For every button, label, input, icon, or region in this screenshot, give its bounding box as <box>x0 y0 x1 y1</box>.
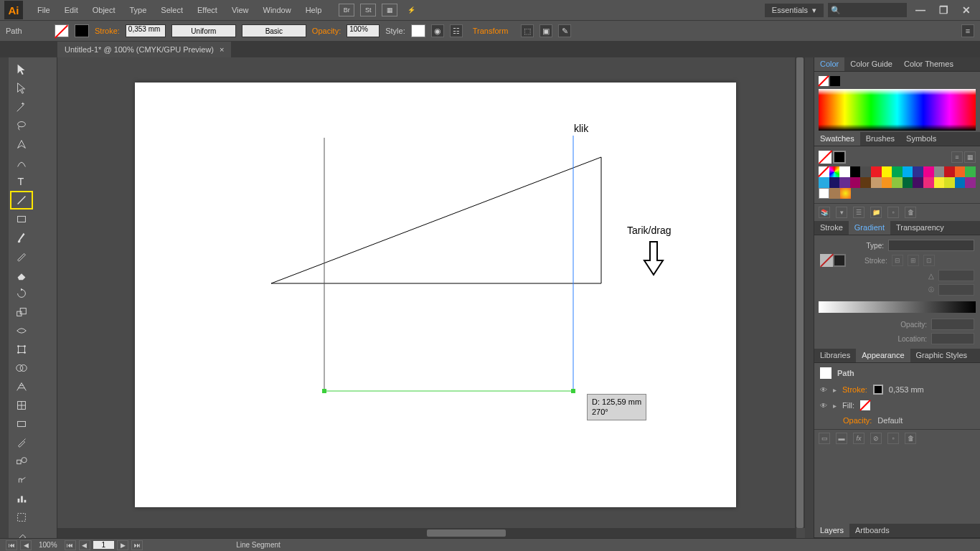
arrange-docs-icon[interactable]: ▦ <box>382 4 397 17</box>
stroke-align-2[interactable]: ⊞ <box>908 255 919 266</box>
artboard-nav-first[interactable]: ⏮ <box>65 540 76 550</box>
appearance-stroke-chip[interactable] <box>873 385 883 395</box>
first-artboard[interactable]: ⏮ <box>6 540 17 550</box>
isolate-icon[interactable]: ⬚ <box>521 24 534 37</box>
stroke-label[interactable]: Stroke: <box>95 27 120 35</box>
artboard-number[interactable]: 1 <box>93 541 115 549</box>
align-icon[interactable]: ☷ <box>450 24 463 37</box>
swatch-libraries-icon[interactable]: 📚 <box>819 207 830 218</box>
edit-icon[interactable]: ✎ <box>558 24 571 37</box>
menu-help[interactable]: Help <box>298 0 329 20</box>
swatch-stroke-chip[interactable] <box>833 151 846 164</box>
stroke-weight-input[interactable]: 0,353 mm <box>126 24 166 37</box>
pencil-tool[interactable] <box>11 248 32 265</box>
gradient-opacity-input[interactable] <box>931 319 974 330</box>
brush-def[interactable]: Basic <box>242 24 306 37</box>
scrollbar-horizontal[interactable] <box>57 528 796 538</box>
paintbrush-tool[interactable] <box>11 229 32 246</box>
stroke-profile[interactable]: Uniform <box>171 24 236 37</box>
left-panel-strip[interactable] <box>0 57 9 538</box>
menu-view[interactable]: View <box>225 0 256 20</box>
rotate-tool[interactable] <box>11 285 32 302</box>
fill-swatch[interactable] <box>55 24 69 37</box>
clear-appearance-icon[interactable]: ⊘ <box>870 433 882 444</box>
line-segment-tool[interactable] <box>11 192 32 209</box>
width-tool[interactable] <box>11 322 32 339</box>
color-spectrum[interactable] <box>819 89 976 131</box>
add-effect-icon[interactable]: fx <box>853 433 864 444</box>
visibility-toggle[interactable] <box>820 385 827 394</box>
swatch-kind-icon[interactable]: ▾ <box>836 207 847 218</box>
menu-select[interactable]: Select <box>154 0 190 20</box>
symbol-sprayer-tool[interactable] <box>11 471 32 489</box>
opacity-input[interactable]: 100% <box>347 24 380 37</box>
gradient-aspect-input[interactable] <box>938 284 974 296</box>
tab-color-themes[interactable]: Color Themes <box>898 57 959 71</box>
dup-item-icon[interactable]: ▫ <box>887 433 899 444</box>
artboard-nav-next[interactable]: ▶ <box>117 540 128 550</box>
search-input[interactable]: 🔍 <box>828 3 907 17</box>
tab-libraries[interactable]: Libraries <box>814 349 856 362</box>
artboard-tool[interactable] <box>11 509 32 526</box>
swatch-options-icon[interactable]: ☰ <box>853 207 864 218</box>
add-stroke-icon[interactable]: ▭ <box>819 433 830 444</box>
swatch-list-view[interactable]: ≡ <box>951 151 963 163</box>
appearance-stroke-label[interactable]: Stroke: <box>842 385 867 394</box>
document-tab-close[interactable]: × <box>220 45 224 54</box>
tab-symbols[interactable]: Symbols <box>900 132 942 146</box>
appearance-opacity-label[interactable]: Opacity: <box>843 416 872 425</box>
tab-layers[interactable]: Layers <box>814 524 849 537</box>
appearance-fill-chip[interactable] <box>860 400 870 410</box>
type-tool[interactable]: T <box>11 173 32 190</box>
tab-artboards[interactable]: Artboards <box>849 524 895 537</box>
tab-graphic-styles[interactable]: Graphic Styles <box>910 349 974 362</box>
artboard[interactable]: klik Tarik/drag D: 125,59 mm 270° <box>135 83 736 507</box>
free-transform-tool[interactable] <box>11 341 32 358</box>
tab-brushes[interactable]: Brushes <box>860 132 900 146</box>
lasso-tool[interactable] <box>11 117 32 134</box>
control-menu-icon[interactable]: ≡ <box>961 24 974 37</box>
gradient-fill-chip[interactable] <box>820 254 833 267</box>
menu-edit[interactable]: Edit <box>57 0 85 20</box>
visibility-toggle-2[interactable] <box>820 401 827 410</box>
tab-appearance[interactable]: Appearance <box>856 349 910 362</box>
disclosure-icon-2[interactable] <box>833 401 837 410</box>
stroke-align-1[interactable]: ⊟ <box>892 255 903 266</box>
direct-selection-tool[interactable] <box>11 80 32 97</box>
delete-swatch-icon[interactable]: 🗑 <box>905 207 916 218</box>
mesh-tool[interactable] <box>11 397 32 414</box>
add-fill-icon[interactable]: ▬ <box>836 433 847 444</box>
tab-color[interactable]: Color <box>814 57 844 71</box>
perspective-grid-tool[interactable] <box>11 378 32 395</box>
right-panel-strip[interactable] <box>805 57 814 538</box>
gradient-stroke-chip[interactable] <box>833 254 846 267</box>
opacity-label[interactable]: Opacity: <box>312 27 341 35</box>
tab-stroke[interactable]: Stroke <box>814 221 849 235</box>
gradient-tool[interactable] <box>11 415 32 433</box>
gradient-angle-input[interactable] <box>938 270 974 281</box>
transform-label[interactable]: Transform <box>473 27 509 35</box>
new-group-icon[interactable]: 📁 <box>870 207 882 218</box>
eraser-tool[interactable] <box>11 266 32 283</box>
scale-tool[interactable] <box>11 303 32 321</box>
window-close[interactable]: ✕ <box>957 3 976 17</box>
recolor-icon[interactable]: ◉ <box>431 24 444 37</box>
gradient-type-select[interactable] <box>888 240 974 251</box>
stock-icon[interactable]: St <box>360 4 376 17</box>
rectangle-tool[interactable] <box>11 210 32 227</box>
column-graph-tool[interactable] <box>11 490 32 507</box>
blend-tool[interactable] <box>11 453 32 470</box>
delete-item-icon[interactable]: 🗑 <box>905 433 916 444</box>
artboard-nav-prev[interactable]: ◀ <box>79 540 90 550</box>
tab-transparency[interactable]: Transparency <box>890 221 950 235</box>
stroke-align-3[interactable]: ⊡ <box>923 255 935 266</box>
menu-effect[interactable]: Effect <box>190 0 225 20</box>
tab-gradient[interactable]: Gradient <box>849 221 890 235</box>
swatch-grid-view[interactable]: ▦ <box>964 151 976 163</box>
workspace-switcher[interactable]: Essentials ▾ <box>765 4 824 17</box>
window-maximize[interactable]: ❐ <box>934 3 953 17</box>
menu-type[interactable]: Type <box>123 0 154 20</box>
gradient-location-input[interactable] <box>931 333 974 344</box>
curvature-tool[interactable] <box>11 154 32 171</box>
swatch-fill-chip[interactable] <box>819 151 831 164</box>
